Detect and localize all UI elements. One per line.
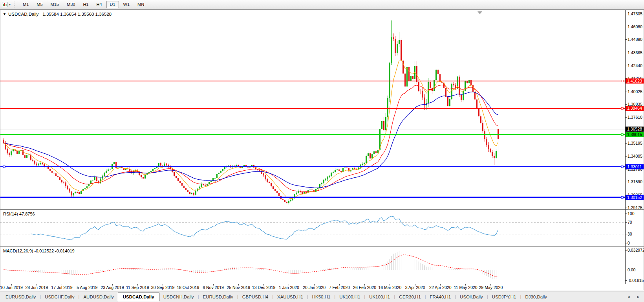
svg-text:26 Feb 2020: 26 Feb 2020 bbox=[353, 285, 376, 290]
svg-text:20 Jan 2020: 20 Jan 2020 bbox=[303, 285, 326, 290]
hline-handle bbox=[621, 166, 623, 168]
svg-text:1.36528: 1.36528 bbox=[627, 127, 642, 131]
svg-text:1.37610: 1.37610 bbox=[628, 115, 642, 120]
chart-tab-AUDUSD-Daily[interactable]: AUDUSD,Daily bbox=[79, 293, 117, 301]
svg-text:0.032972: 0.032972 bbox=[628, 248, 644, 252]
svg-text:7 Feb 2020: 7 Feb 2020 bbox=[329, 285, 350, 290]
chart-tab-XAUUSD-H1[interactable]: XAUUSD,H1 bbox=[273, 293, 307, 301]
svg-text:16 Mar 2020: 16 Mar 2020 bbox=[378, 285, 401, 290]
timeframe-button-M1[interactable]: M1 bbox=[19, 1, 32, 8]
tabs-scroll-right-icon[interactable]: ► bbox=[637, 295, 640, 299]
chart-ohlc: 1.35584 1.36654 1.35560 1.36528 bbox=[42, 12, 112, 17]
periodicity-dropdown[interactable]: ▾ bbox=[0, 2, 12, 8]
svg-text:10 Jun 2019: 10 Jun 2019 bbox=[0, 285, 23, 290]
svg-text:1.44890: 1.44890 bbox=[628, 37, 642, 42]
chart-tab-USDCNH-Daily[interactable]: USDCNH,Daily bbox=[159, 293, 198, 301]
tabs-scroll-left-icon[interactable]: ◄ bbox=[627, 295, 630, 299]
svg-text:70: 70 bbox=[628, 220, 632, 225]
chart-tab-GBPUSD-H4[interactable]: GBPUSD,H4 bbox=[238, 293, 272, 301]
svg-text:1.31590: 1.31590 bbox=[628, 179, 642, 184]
timeframe-button-H4[interactable]: H4 bbox=[93, 1, 105, 8]
chart-tabs: EURUSD,Daily|USDCHF,Daily|AUDUSD,DailyUS… bbox=[2, 293, 551, 301]
timeframe-button-MN[interactable]: MN bbox=[134, 1, 148, 8]
chart-tab-UK100-H1[interactable]: UK100,H1 bbox=[365, 293, 394, 301]
hline-handle bbox=[621, 134, 623, 136]
svg-text:13 Dec 2019: 13 Dec 2019 bbox=[252, 285, 276, 290]
chart-tab-UK100-H1[interactable]: UK100,H1 bbox=[335, 293, 364, 301]
svg-text:11 May 2020: 11 May 2020 bbox=[454, 285, 478, 290]
chart-title-bar[interactable]: ▼USDCAD,Daily1.35584 1.36654 1.35560 1.3… bbox=[3, 12, 112, 17]
svg-text:0: 0 bbox=[628, 241, 630, 245]
svg-text:22 Apr 2020: 22 Apr 2020 bbox=[429, 285, 452, 290]
chart-tab-USDCHF-Daily[interactable]: USDCHF,Daily bbox=[41, 293, 78, 301]
chart-tab-USDJPY-H1[interactable]: USDJPY,H1 bbox=[488, 293, 520, 301]
svg-text:-0.018154: -0.018154 bbox=[628, 278, 644, 283]
timeframe-button-M30[interactable]: M30 bbox=[63, 1, 79, 8]
svg-text:1 Jan 2020: 1 Jan 2020 bbox=[279, 285, 299, 290]
chart-title: USDCAD,Daily1.35584 1.36654 1.35560 1.36… bbox=[8, 12, 112, 17]
timeframe-button-M15[interactable]: M15 bbox=[47, 1, 62, 8]
rsi-label: RSI(14) 47.8756 bbox=[3, 212, 35, 216]
timeframe-button-M5[interactable]: M5 bbox=[33, 1, 46, 8]
top-toolbar: ▾ M1M5M15M30H1H4D1W1MN bbox=[0, 0, 644, 9]
svg-text:1.36015: 1.36015 bbox=[627, 132, 642, 137]
svg-text:3 Apr 2020: 3 Apr 2020 bbox=[405, 285, 425, 290]
chart-tab-EURUSD-Daily[interactable]: EURUSD,Daily bbox=[199, 293, 237, 301]
svg-text:29 May 2020: 29 May 2020 bbox=[479, 285, 503, 290]
dropdown-caret-icon: ▾ bbox=[9, 3, 11, 6]
chart-tab-EURUSD-Daily[interactable]: EURUSD,Daily bbox=[2, 293, 40, 301]
chart-tab-HK50-H1[interactable]: HK50,H1 bbox=[308, 293, 335, 301]
chart-period-icon bbox=[2, 2, 8, 7]
price-tag-1.30152: 1.30152 bbox=[626, 195, 644, 200]
symbol-dropdown-icon: ▼ bbox=[3, 12, 6, 16]
svg-text:18 Oct 2019: 18 Oct 2019 bbox=[177, 285, 199, 290]
svg-text:17 Jul 2019: 17 Jul 2019 bbox=[51, 285, 72, 290]
svg-text:1.33011: 1.33011 bbox=[627, 164, 642, 169]
candlestick-chart[interactable]: RSI(14) 47.8756MACD(12,26,9) -0.012522 -… bbox=[0, 9, 644, 290]
price-tag-1.38464: 1.38464 bbox=[626, 106, 644, 111]
timeframe-buttons: M1M5M15M30H1H4D1W1MN bbox=[19, 1, 148, 8]
svg-text:25 Nov 2019: 25 Nov 2019 bbox=[227, 285, 251, 290]
chart-window: RSI(14) 47.8756MACD(12,26,9) -0.012522 -… bbox=[0, 9, 644, 290]
timeframe-button-W1[interactable]: W1 bbox=[120, 1, 134, 8]
svg-text:1.42440: 1.42440 bbox=[628, 63, 642, 68]
hline-handle bbox=[3, 166, 5, 168]
svg-text:1.30152: 1.30152 bbox=[627, 195, 642, 200]
price-tag-1.33011: 1.33011 bbox=[626, 164, 644, 169]
svg-text:1.46080: 1.46080 bbox=[628, 24, 642, 29]
macd-label: MACD(12,26,9) -0.012522 -0.014019 bbox=[3, 249, 75, 253]
svg-text:30: 30 bbox=[628, 232, 632, 236]
svg-text:0.00: 0.00 bbox=[628, 267, 636, 272]
svg-text:1.29175: 1.29175 bbox=[628, 205, 642, 210]
svg-text:28 Jun 2019: 28 Jun 2019 bbox=[25, 285, 48, 290]
svg-text:6 Nov 2019: 6 Nov 2019 bbox=[203, 285, 224, 290]
hline-handle bbox=[621, 196, 623, 198]
svg-text:1.47305: 1.47305 bbox=[628, 11, 642, 16]
svg-text:100: 100 bbox=[628, 211, 635, 216]
price-tag-1.41023: 1.41023 bbox=[626, 79, 644, 84]
chart-tab-DJ30-Daily[interactable]: DJ30,Daily bbox=[521, 293, 551, 301]
chart-tab-FRA40-H1[interactable]: FRA40,H1 bbox=[426, 293, 455, 301]
svg-text:1.43665: 1.43665 bbox=[628, 50, 642, 55]
svg-text:1.38464: 1.38464 bbox=[627, 106, 642, 110]
chart-tabs-bar: EURUSD,Daily|USDCHF,Daily|AUDUSD,DailyUS… bbox=[0, 291, 644, 302]
svg-text:1.34005: 1.34005 bbox=[628, 154, 642, 158]
toolbar-grip[interactable] bbox=[14, 2, 16, 7]
chart-tab-USDCAD-Daily[interactable]: USDCAD,Daily bbox=[118, 293, 159, 301]
current-price-tag: 1.36528 bbox=[626, 127, 644, 132]
timeframe-button-H1[interactable]: H1 bbox=[79, 1, 92, 8]
timeframe-button-D1[interactable]: D1 bbox=[106, 1, 119, 8]
svg-text:11 Sep 2019: 11 Sep 2019 bbox=[126, 285, 149, 290]
svg-text:1.35195: 1.35195 bbox=[628, 141, 642, 145]
svg-text:5 Aug 2019: 5 Aug 2019 bbox=[77, 285, 97, 290]
price-tag-1.36015: 1.36015 bbox=[626, 132, 644, 137]
svg-text:1.40025: 1.40025 bbox=[628, 89, 642, 94]
hline-handle bbox=[621, 80, 623, 82]
svg-text:30 Sep 2019: 30 Sep 2019 bbox=[151, 285, 175, 290]
chart-svg: RSI(14) 47.8756MACD(12,26,9) -0.012522 -… bbox=[0, 9, 644, 290]
chart-tab-USOil-Daily[interactable]: USOil,Daily bbox=[456, 293, 487, 301]
hline-handle bbox=[621, 107, 623, 109]
svg-text:23 Aug 2019: 23 Aug 2019 bbox=[101, 285, 124, 290]
svg-text:1.41023: 1.41023 bbox=[627, 79, 642, 83]
chart-tab-GER30-H1[interactable]: GER30,H1 bbox=[395, 293, 425, 301]
